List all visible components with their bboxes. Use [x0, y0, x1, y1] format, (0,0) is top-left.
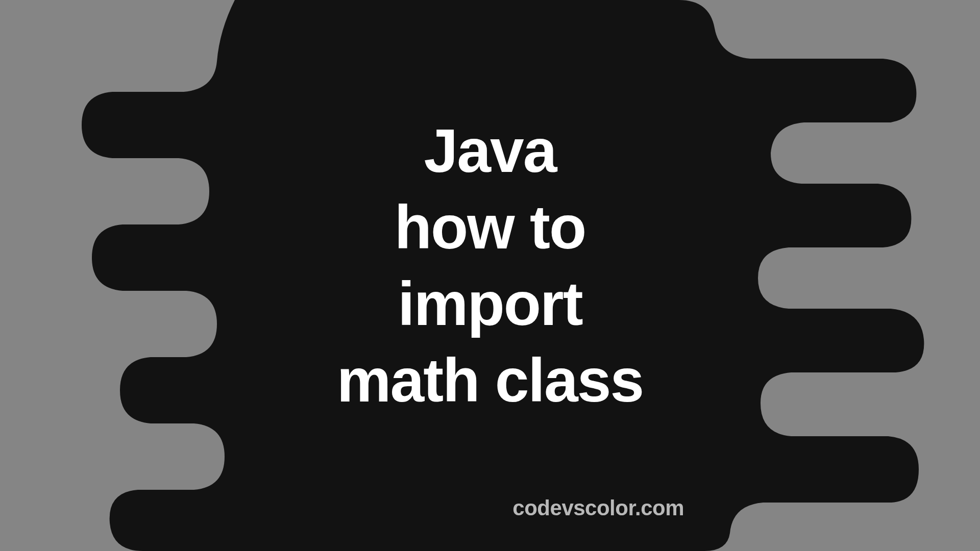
- title-line-2: how to: [395, 189, 586, 265]
- content-area: Java how to import math class: [0, 0, 980, 551]
- title-line-3: import: [398, 265, 582, 342]
- title-line-1: Java: [424, 112, 556, 189]
- title-line-4: math class: [337, 342, 643, 418]
- banner-container: Java how to import math class codevscolo…: [0, 0, 980, 551]
- watermark-text: codevscolor.com: [512, 496, 684, 520]
